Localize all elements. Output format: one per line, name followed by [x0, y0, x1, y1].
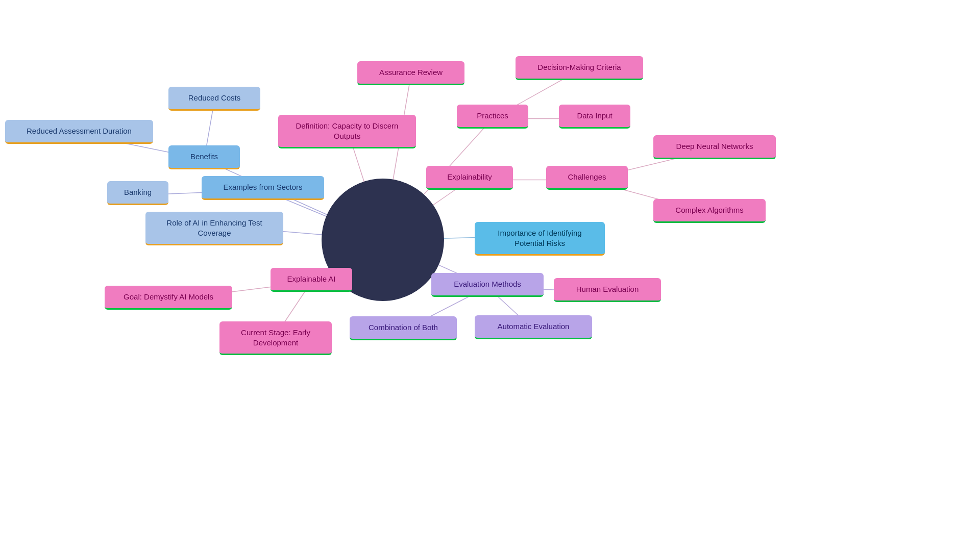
human-evaluation: Human Evaluation	[554, 278, 661, 302]
reduced-costs: Reduced Costs	[168, 87, 260, 111]
benefits: Benefits	[168, 145, 240, 169]
practices: Practices	[457, 105, 528, 129]
goal-demystify: Goal: Demystify AI Models	[105, 286, 232, 310]
current-stage: Current Stage: Early Development	[219, 321, 332, 355]
role-ai: Role of AI in Enhancing Test Coverage	[145, 212, 283, 245]
explainable-ai: Explainable AI	[271, 268, 352, 292]
complex-algorithms: Complex Algorithms	[653, 199, 766, 223]
evaluation-methods: Evaluation Methods	[431, 273, 544, 297]
banking: Banking	[107, 181, 168, 205]
definition-capacity: Definition: Capacity to Discern Outputs	[278, 115, 416, 148]
automatic-evaluation: Automatic Evaluation	[475, 315, 592, 339]
decision-making: Decision-Making Criteria	[516, 56, 643, 80]
deep-neural: Deep Neural Networks	[653, 135, 776, 159]
assurance-review: Assurance Review	[357, 61, 464, 85]
importance-risks: Importance of Identifying Potential Risk…	[475, 222, 605, 256]
reduced-assessment: Reduced Assessment Duration	[5, 120, 153, 144]
data-input: Data Input	[559, 105, 630, 129]
challenges: Challenges	[546, 166, 628, 190]
explainability: Explainability	[426, 166, 513, 190]
combination-both: Combination of Both	[350, 316, 457, 340]
examples-from-sectors: Examples from Sectors	[202, 176, 324, 200]
